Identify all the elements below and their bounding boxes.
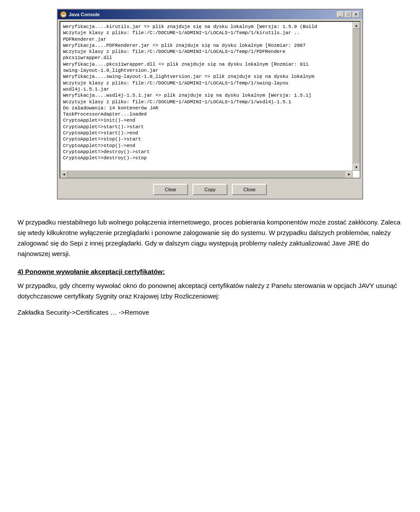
vertical-scrollbar[interactable]: ▲ ▼ xyxy=(353,22,360,171)
maximize-button[interactable]: □ xyxy=(345,11,352,18)
console-log-line: CryptoApplet=>stop()->end xyxy=(63,143,357,149)
console-log-line: pkcs11wrapper.dll xyxy=(63,55,357,61)
console-log-line: Wczytuje klasy z pliku: file:/C:/DOCUME~… xyxy=(63,80,357,86)
console-log-line: Weryfikacja....swing-layout-1.0_lightver… xyxy=(63,74,357,80)
horizontal-scrollbar[interactable]: ◄ ► xyxy=(60,171,353,178)
console-log-line: CryptoApplet=>start()->end xyxy=(63,130,357,136)
java-console-window: ☕ Java Console _ □ ✕ Weryfikacja....kiru… xyxy=(57,9,363,200)
console-log-line: Do załadowania: 14 kontenerów JAR xyxy=(63,105,357,111)
console-log-line: wsdl4j-1.5.1.jar xyxy=(63,86,357,92)
scroll-left-button[interactable]: ◄ xyxy=(60,171,67,178)
final-line: Zakładka Security->Certificates … ->Remo… xyxy=(18,309,402,316)
console-title: Java Console xyxy=(69,12,100,17)
copy-button[interactable]: Copy xyxy=(192,184,228,195)
console-text-area: Weryfikacja....kirutils.jar => plik znaj… xyxy=(60,22,360,178)
scroll-down-button[interactable]: ▼ xyxy=(353,164,360,171)
title-bar: ☕ Java Console _ □ ✕ xyxy=(58,10,362,19)
console-log-line: Weryfikacja....wsdl4j-1.5.1.jar => plik … xyxy=(63,92,357,98)
console-log-line: CryptoApplet=>init()->end xyxy=(63,117,357,123)
scroll-up-button[interactable]: ▲ xyxy=(353,22,360,29)
body-paragraph2: W przypadku, gdy chcemy wywołać okno do … xyxy=(18,281,402,302)
title-bar-buttons: _ □ ✕ xyxy=(337,11,360,18)
minimize-button[interactable]: _ xyxy=(337,11,344,18)
console-log-line: CryptoApplet=>destroy()->stop xyxy=(63,155,357,161)
body-paragraph1: W przypadku niestabilnego lub wolnego po… xyxy=(18,217,402,259)
console-footer: Clear Copy Close xyxy=(58,180,362,199)
console-log-line: swing-layout-1.0_lightversion.jar xyxy=(63,67,357,74)
console-log-line: Wczytuje klasy z pliku: file:/C:/DOCUME~… xyxy=(63,99,357,105)
console-log-line: Weryfikacja....PDFRenderer.jar => plik z… xyxy=(63,42,357,49)
java-icon: ☕ xyxy=(60,11,66,18)
console-log-line: Wczytuje klasy z pliku: file:/C:/DOCUME~… xyxy=(63,30,357,36)
console-log-line: CryptoApplet=>destroy()->start xyxy=(63,149,357,155)
close-button[interactable]: Close xyxy=(232,184,267,195)
clear-button[interactable]: Clear xyxy=(153,184,188,195)
console-log-line: CryptoApplet=>stop()->start xyxy=(63,136,357,142)
scroll-track-v[interactable] xyxy=(354,29,360,164)
section-heading: 4) Ponowne wywołanie akceptacji certyfik… xyxy=(18,268,402,275)
window-close-button[interactable]: ✕ xyxy=(353,11,360,18)
java-console-wrapper: ☕ Java Console _ □ ✕ Weryfikacja....kiru… xyxy=(18,9,402,200)
scroll-right-button[interactable]: ► xyxy=(346,171,353,178)
title-bar-left: ☕ Java Console xyxy=(60,11,100,18)
console-log-line: Weryfikacja....kirutils.jar => plik znaj… xyxy=(63,24,357,30)
console-log-line: TaskProcessorAdapter...loaded xyxy=(63,111,357,117)
console-log-line: CryptoApplet=>start()->start xyxy=(63,124,357,130)
console-log-line: PDFRenderer.jar xyxy=(63,36,357,42)
console-log-line: Weryfikacja....pkcs11wrapper.dll => plik… xyxy=(63,61,357,67)
console-body: Weryfikacja....kirutils.jar => plik znaj… xyxy=(60,21,360,179)
console-log-line: Wczytuje klasy z pliku: file:/C:/DOCUME~… xyxy=(63,49,357,55)
scroll-track-h[interactable] xyxy=(67,172,346,178)
